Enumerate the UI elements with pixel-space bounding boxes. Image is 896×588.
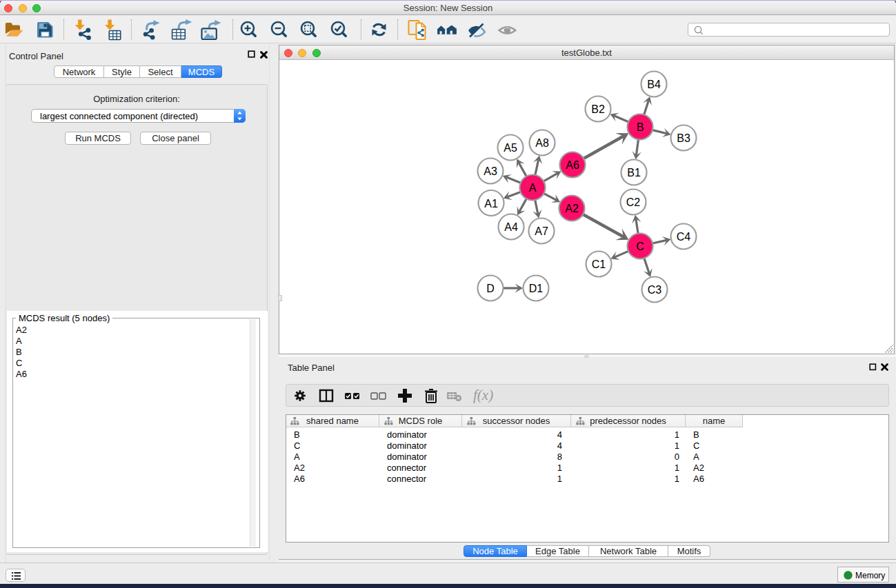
svg-text:D1: D1 bbox=[529, 283, 544, 294]
svg-text:C2: C2 bbox=[626, 196, 641, 208]
svg-text:C1: C1 bbox=[592, 258, 606, 270]
svg-text:A7: A7 bbox=[535, 225, 548, 237]
svg-text:A: A bbox=[529, 182, 537, 194]
svg-text:C4: C4 bbox=[677, 231, 691, 243]
svg-text:D: D bbox=[486, 283, 495, 294]
svg-text:A6: A6 bbox=[566, 159, 579, 171]
svg-text:A3: A3 bbox=[484, 165, 497, 177]
svg-text:B4: B4 bbox=[647, 79, 661, 90]
svg-text:B3: B3 bbox=[677, 132, 690, 144]
svg-text:A2: A2 bbox=[565, 203, 579, 214]
svg-text:C: C bbox=[636, 241, 644, 252]
svg-text:A5: A5 bbox=[504, 142, 517, 154]
svg-text:C3: C3 bbox=[648, 284, 662, 296]
svg-text:B1: B1 bbox=[627, 167, 641, 179]
svg-text:B: B bbox=[637, 121, 644, 133]
svg-text:A8: A8 bbox=[535, 137, 549, 149]
svg-text:A4: A4 bbox=[504, 221, 518, 233]
svg-text:B2: B2 bbox=[591, 103, 605, 115]
svg-text:A1: A1 bbox=[484, 198, 498, 210]
